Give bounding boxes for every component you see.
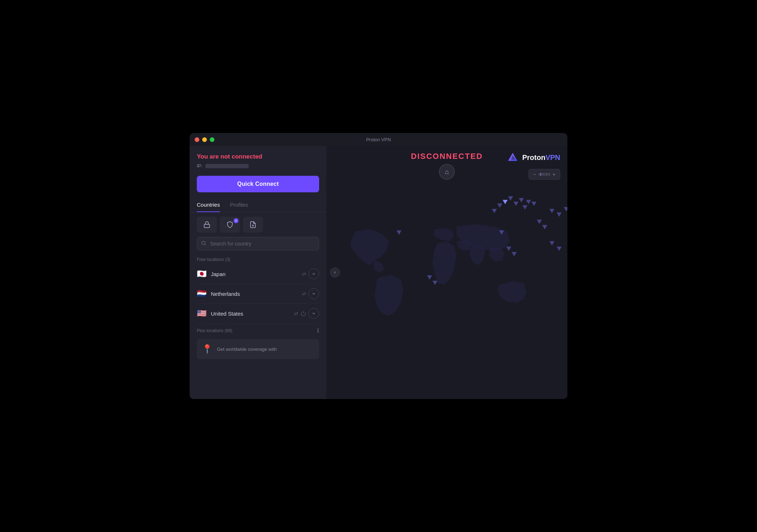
upgrade-card-icon: 📍 xyxy=(202,344,213,354)
close-button[interactable] xyxy=(195,137,199,142)
map-pin xyxy=(549,209,554,213)
search-icon xyxy=(201,241,206,247)
map-area: DISCONNECTED ⌂ ProtonVPN xyxy=(326,146,567,399)
disconnected-status: DISCONNECTED xyxy=(411,152,483,161)
zoom-tick xyxy=(548,173,548,176)
filter-file-button[interactable] xyxy=(243,217,263,233)
file-icon xyxy=(249,221,257,228)
map-pin xyxy=(499,230,504,235)
svg-point-3 xyxy=(202,241,205,244)
zoom-out-button[interactable]: − xyxy=(532,171,538,178)
shield-icon xyxy=(226,221,234,228)
map-pin xyxy=(526,200,531,204)
map-pin xyxy=(427,275,432,280)
tabs-bar: Countries Profiles xyxy=(190,198,326,212)
home-button[interactable]: ⌂ xyxy=(439,164,455,180)
window-title: Proton VPN xyxy=(366,137,391,142)
zoom-in-button[interactable]: + xyxy=(551,171,557,178)
map-pin xyxy=(557,212,562,217)
map-pin xyxy=(564,207,567,211)
netherlands-name: Netherlands xyxy=(211,291,302,297)
japan-flag: 🇯🇵 xyxy=(197,269,207,279)
list-item[interactable]: 🇳🇱 Netherlands ⇄ xyxy=(197,284,319,304)
sidebar: You are not connected IP: Quick Connect … xyxy=(190,146,326,399)
main-content: You are not connected IP: Quick Connect … xyxy=(190,146,567,399)
map-pin xyxy=(513,202,518,206)
plus-locations-label: Plus locations (68) xyxy=(197,328,232,333)
svg-line-4 xyxy=(205,244,206,245)
zoom-tick xyxy=(545,173,545,176)
us-icons: ⇄ xyxy=(294,308,319,319)
tab-countries[interactable]: Countries xyxy=(197,198,220,212)
info-icon[interactable]: ℹ xyxy=(317,327,319,334)
map-pin xyxy=(549,241,554,246)
zoom-tick xyxy=(549,173,550,176)
reconnect-icon: ⇄ xyxy=(302,291,306,297)
map-pin xyxy=(396,230,402,235)
proton-brand-name: ProtonVPN xyxy=(522,153,560,162)
disconnected-banner: DISCONNECTED ⌂ xyxy=(411,152,483,180)
proton-logo: ProtonVPN xyxy=(507,152,560,163)
ip-row: IP: xyxy=(197,163,319,169)
map-pin xyxy=(557,247,562,251)
plus-locations-section: Plus locations (68) ℹ xyxy=(197,324,319,336)
power-icon xyxy=(300,311,306,316)
upgrade-card[interactable]: 📍 Get worldwide coverage with xyxy=(197,339,319,359)
proton-logo-icon xyxy=(507,152,518,163)
map-pin xyxy=(542,225,547,229)
zoom-controls: − + xyxy=(529,169,560,180)
upgrade-text: Get worldwide coverage with xyxy=(217,347,277,352)
app-window: Proton VPN You are not connected IP: Qui… xyxy=(190,133,567,399)
zoom-tick xyxy=(542,173,543,176)
tab-profiles[interactable]: Profiles xyxy=(230,198,248,212)
map-pin xyxy=(531,202,536,206)
zoom-tick xyxy=(543,173,544,176)
traffic-lights xyxy=(195,137,214,142)
zoom-tick xyxy=(539,173,540,176)
search-box xyxy=(197,237,319,251)
us-flag: 🇺🇸 xyxy=(197,309,207,318)
map-pin xyxy=(512,252,517,256)
map-pin xyxy=(519,198,524,202)
lock-icon xyxy=(203,221,210,228)
list-item[interactable]: 🇺🇸 United States ⇄ xyxy=(197,304,319,324)
maximize-button[interactable] xyxy=(210,137,214,142)
sidebar-header: You are not connected IP: Quick Connect xyxy=(190,146,326,198)
ip-label: IP: xyxy=(197,163,203,169)
filter-lock-button[interactable] xyxy=(197,217,217,233)
map-pin xyxy=(432,281,438,285)
map-pin xyxy=(497,203,502,208)
map-pin xyxy=(537,220,542,224)
map-pin xyxy=(506,247,511,251)
world-map xyxy=(326,146,567,399)
japan-icons: ⇄ xyxy=(302,269,319,279)
shield-badge: 0 xyxy=(234,218,239,223)
zoom-tick xyxy=(546,173,547,176)
netherlands-expand-button[interactable] xyxy=(308,288,319,299)
collapse-sidebar-button[interactable] xyxy=(330,267,340,278)
reconnect-icon: ⇄ xyxy=(294,311,298,316)
map-pin xyxy=(522,205,527,210)
us-name: United States xyxy=(211,311,294,317)
filter-shield-button[interactable]: 0 xyxy=(220,217,240,233)
zoom-tick xyxy=(540,173,541,176)
us-expand-button[interactable] xyxy=(308,308,319,319)
japan-expand-button[interactable] xyxy=(308,269,319,279)
map-pin xyxy=(503,200,508,204)
search-input[interactable] xyxy=(197,237,319,251)
reconnect-icon: ⇄ xyxy=(302,271,306,277)
country-list: Free locations (3) 🇯🇵 Japan ⇄ xyxy=(190,253,326,399)
titlebar: Proton VPN xyxy=(190,133,567,146)
connection-status: You are not connected xyxy=(197,153,319,160)
filter-buttons: 0 xyxy=(190,217,326,237)
map-pin xyxy=(492,209,497,213)
minimize-button[interactable] xyxy=(202,137,207,142)
map-pin xyxy=(508,196,513,201)
svg-rect-0 xyxy=(204,224,210,228)
free-locations-label: Free locations (3) xyxy=(197,253,319,264)
list-item[interactable]: 🇯🇵 Japan ⇄ xyxy=(197,264,319,284)
netherlands-icons: ⇄ xyxy=(302,288,319,299)
zoom-bar xyxy=(539,173,550,176)
quick-connect-button[interactable]: Quick Connect xyxy=(197,176,319,192)
japan-name: Japan xyxy=(211,271,302,277)
